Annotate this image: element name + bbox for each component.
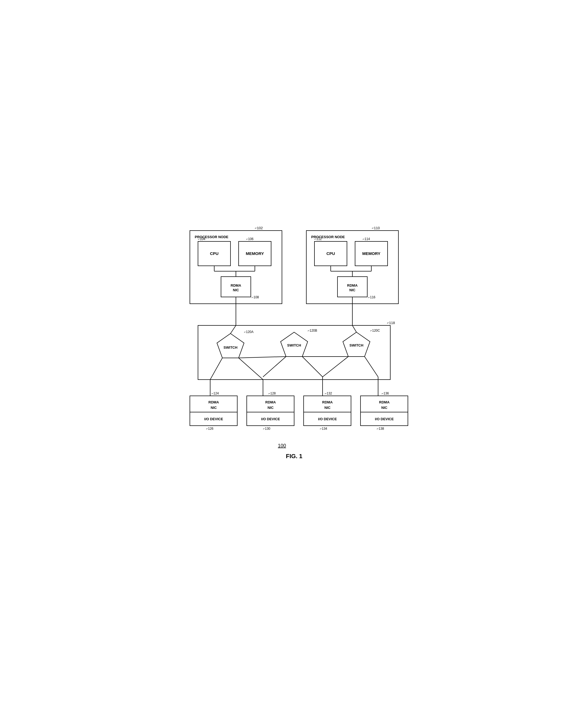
ref-134: ⌐134 (320, 427, 327, 430)
fig-number-label: 100 (278, 443, 286, 449)
svg-line-24 (239, 357, 286, 358)
svg-line-35 (323, 357, 348, 377)
main-diagram-svg: PROCESSOR NODE ⌐102 CPU ⌐104 MEMORY ⌐106… (179, 220, 409, 485)
ref-120b: ⌐120B (308, 329, 317, 332)
svg-line-30 (263, 357, 286, 377)
ref-112: ⌐112 (314, 237, 322, 241)
svg-line-23 (352, 325, 356, 332)
nic1-l2: NIC (210, 406, 217, 410)
ref-102: ⌐102 (255, 226, 263, 230)
ref-128: ⌐128 (268, 391, 276, 395)
nic2-l1: RDMA (265, 400, 276, 404)
ref-104: ⌐104 (198, 237, 205, 241)
rdma1-line2: NIC (233, 288, 239, 292)
switch-b-label: SWITCH (287, 343, 301, 347)
ref-120a: ⌐120A (244, 330, 253, 334)
ref-108: ⌐108 (252, 295, 259, 299)
memory2-label: MEMORY (362, 251, 380, 256)
ref-132: ⌐132 (325, 391, 332, 395)
nic2-l2: NIC (267, 406, 274, 410)
nic4-l1: RDMA (379, 400, 390, 404)
ref-110: ⌐110 (372, 226, 380, 230)
rdma2-line2: NIC (349, 288, 355, 292)
nic3-l1: RDMA (322, 400, 333, 404)
ref-126: ⌐126 (206, 427, 213, 430)
ref-106: ⌐106 (246, 237, 253, 241)
nic1-l1: RDMA (208, 400, 219, 404)
ref-138: ⌐138 (377, 427, 384, 430)
ref-116: ⌐116 (368, 295, 376, 299)
svg-rect-18 (198, 325, 390, 380)
rdma1-line1: RDMA (231, 283, 241, 287)
io3-label: I/O DEVICE (318, 417, 337, 421)
ref-120c: ⌐120C (370, 329, 380, 332)
svg-line-26 (210, 358, 223, 380)
ref-118: ⌐118 (387, 321, 395, 325)
cpu2-label: CPU (326, 251, 335, 256)
io1-label: I/O DEVICE (204, 417, 223, 421)
switch-c-label: SWITCH (349, 343, 363, 347)
ref-124: ⌐124 (211, 391, 219, 395)
svg-line-22 (231, 325, 236, 334)
cpu1-label: CPU (210, 251, 218, 256)
svg-line-33 (364, 357, 378, 377)
svg-line-28 (239, 358, 263, 380)
memory1-label: MEMORY (246, 251, 264, 256)
nic4-l2: NIC (381, 406, 387, 410)
nic3-l2: NIC (324, 406, 331, 410)
io2-label: I/O DEVICE (261, 417, 280, 421)
ref-114: ⌐114 (363, 237, 370, 241)
fig-title: FIG. 1 (286, 453, 302, 460)
svg-line-31 (302, 357, 323, 377)
rdma2-line1: RDMA (347, 283, 358, 287)
io4-label: I/O DEVICE (375, 417, 394, 421)
ref-130: ⌐130 (263, 427, 270, 430)
switch-a-label1: SWITCH (224, 345, 237, 349)
ref-136: ⌐136 (382, 391, 389, 395)
diagram-container: PROCESSOR NODE ⌐102 CPU ⌐104 MEMORY ⌐106… (179, 220, 409, 485)
